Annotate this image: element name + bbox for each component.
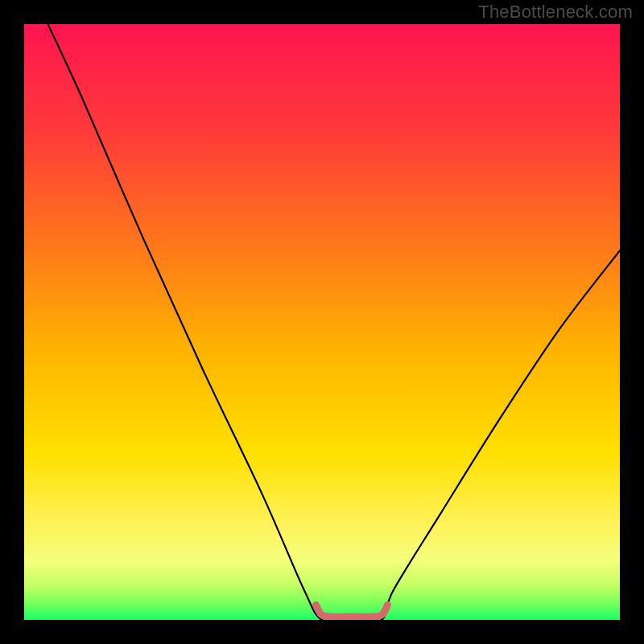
- optimal-band: [316, 605, 388, 617]
- chart-canvas: TheBottleneck.com: [0, 0, 644, 644]
- watermark-text: TheBottleneck.com: [478, 2, 633, 23]
- plot-lines: [24, 24, 620, 620]
- plot-area: [24, 24, 620, 620]
- bottleneck-curve: [48, 24, 620, 620]
